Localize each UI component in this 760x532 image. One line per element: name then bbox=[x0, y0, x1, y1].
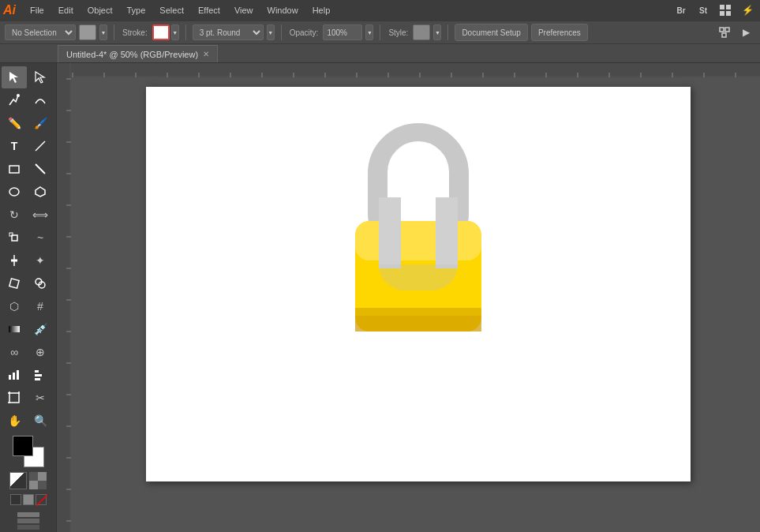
rotate-tool[interactable]: ↻ bbox=[2, 204, 27, 226]
shape-builder-tool[interactable] bbox=[28, 272, 53, 294]
warp-tool[interactable]: ~ bbox=[28, 227, 53, 249]
pencil-tool[interactable]: ✏️ bbox=[2, 112, 27, 134]
svg-rect-2 bbox=[720, 11, 724, 16]
stroke-weight-arrow[interactable]: ▼ bbox=[267, 24, 275, 40]
menu-type[interactable]: Type bbox=[121, 4, 152, 17]
svg-rect-38 bbox=[57, 63, 760, 77]
stroke-color[interactable] bbox=[152, 24, 170, 40]
eyedropper-tool[interactable]: 💉 bbox=[28, 318, 53, 340]
pencil2-tool[interactable] bbox=[28, 158, 53, 180]
fill-color[interactable] bbox=[79, 24, 96, 40]
fill-gray-swatch[interactable] bbox=[23, 494, 34, 505]
color-swatch-stack bbox=[13, 436, 44, 467]
tool-row-rect bbox=[2, 158, 54, 180]
opacity-input[interactable] bbox=[323, 24, 362, 40]
perspective-tool[interactable]: ⬡ bbox=[2, 295, 27, 317]
puppet-warp-tool[interactable]: ✦ bbox=[28, 249, 53, 272]
menu-object[interactable]: Object bbox=[81, 4, 119, 17]
artboard-tool[interactable] bbox=[2, 387, 27, 409]
stroke-color-arrow[interactable]: ▼ bbox=[171, 24, 179, 40]
bridge-button[interactable]: Br bbox=[672, 2, 691, 19]
tabs-row: Untitled-4* @ 50% (RGB/Preview) ✕ bbox=[0, 44, 760, 63]
curvature-tool[interactable] bbox=[28, 89, 53, 111]
menu-view[interactable]: View bbox=[228, 4, 260, 17]
bar-chart-tool[interactable] bbox=[28, 364, 53, 386]
foreground-color-swatch[interactable] bbox=[13, 436, 33, 456]
svg-rect-24 bbox=[13, 373, 15, 380]
rectangle-tool[interactable] bbox=[2, 158, 27, 180]
free-transform-tool[interactable] bbox=[2, 272, 27, 294]
tool-row-transform bbox=[2, 272, 54, 294]
menu-select[interactable]: Select bbox=[153, 4, 190, 17]
style-box[interactable] bbox=[413, 24, 430, 40]
style-label: Style: bbox=[388, 28, 408, 37]
sep3 bbox=[281, 24, 282, 40]
stroke-color-box: ▼ bbox=[152, 24, 179, 40]
slice-tool[interactable]: ✂ bbox=[28, 387, 53, 409]
tab-label: Untitled-4* @ 50% (RGB/Preview) bbox=[66, 50, 198, 59]
fill-white-swatch[interactable] bbox=[36, 494, 47, 505]
reflect-tool[interactable]: ⟺ bbox=[28, 204, 53, 226]
tool-row-perspective: ⬡ # bbox=[2, 295, 54, 317]
gradient-tool[interactable] bbox=[2, 318, 27, 340]
ruler-left bbox=[57, 63, 71, 532]
sep1 bbox=[114, 24, 114, 40]
selection-tool[interactable] bbox=[2, 66, 27, 88]
preferences-button[interactable]: Preferences bbox=[531, 24, 588, 41]
tool-row-pencil: ✏️ 🖌️ bbox=[2, 112, 54, 134]
svg-rect-87 bbox=[436, 197, 458, 268]
ellipse-tool[interactable] bbox=[2, 181, 27, 203]
svg-rect-6 bbox=[722, 33, 726, 37]
svg-rect-26 bbox=[35, 370, 39, 373]
fill-color-arrow[interactable]: ▼ bbox=[99, 24, 107, 40]
blob-brush-tool[interactable]: 🖌️ bbox=[28, 112, 53, 134]
svg-rect-22 bbox=[9, 326, 20, 332]
svg-line-10 bbox=[36, 141, 45, 151]
app-logo: Ai bbox=[3, 3, 16, 17]
mesh-tool[interactable]: # bbox=[28, 295, 53, 317]
menu-file[interactable]: File bbox=[24, 4, 51, 17]
type-tool[interactable]: T bbox=[2, 135, 27, 157]
color-none-swatch[interactable] bbox=[9, 472, 27, 489]
menubar: Ai File Edit Object Type Select Effect V… bbox=[0, 0, 760, 21]
tab-close-button[interactable]: ✕ bbox=[203, 50, 209, 58]
svg-rect-29 bbox=[9, 393, 19, 403]
tool-row-gradient: 💉 bbox=[2, 318, 54, 340]
lightning-button[interactable]: ⚡ bbox=[738, 2, 757, 19]
arrange-button[interactable] bbox=[715, 24, 734, 41]
pen-tool[interactable] bbox=[2, 89, 27, 111]
canvas-area[interactable] bbox=[57, 63, 760, 532]
zoom-tool[interactable]: 🔍 bbox=[28, 410, 53, 432]
css-extract-button[interactable]: ▶ bbox=[736, 24, 755, 41]
opacity-arrow[interactable]: ▼ bbox=[365, 24, 373, 40]
fill-black-swatch[interactable] bbox=[10, 494, 21, 505]
sep5 bbox=[447, 24, 448, 40]
width-tool[interactable] bbox=[2, 249, 27, 272]
column-chart-tool[interactable] bbox=[2, 364, 27, 386]
line-tool[interactable] bbox=[28, 135, 53, 157]
stroke-weight-dropdown[interactable]: 3 pt. Round bbox=[193, 24, 264, 40]
polygon-tool[interactable] bbox=[28, 181, 53, 203]
layers-panel-toggle[interactable] bbox=[2, 509, 54, 532]
stock-button[interactable]: St bbox=[694, 2, 713, 19]
scale-tool[interactable] bbox=[2, 227, 27, 249]
menu-help[interactable]: Help bbox=[306, 4, 337, 17]
menu-edit[interactable]: Edit bbox=[52, 4, 80, 17]
menu-window[interactable]: Window bbox=[261, 4, 305, 17]
svg-rect-37 bbox=[17, 525, 39, 530]
blend-tool[interactable]: ∞ bbox=[2, 341, 27, 363]
style-arrow[interactable]: ▼ bbox=[433, 24, 441, 40]
selection-dropdown[interactable]: No Selection bbox=[5, 24, 76, 40]
document-tab[interactable]: Untitled-4* @ 50% (RGB/Preview) ✕ bbox=[58, 45, 218, 62]
hand-tool[interactable]: ✋ bbox=[2, 410, 27, 432]
symbol-tool[interactable]: ⊕ bbox=[28, 341, 53, 363]
lock-illustration bbox=[331, 118, 505, 371]
direct-select-tool[interactable] bbox=[28, 66, 53, 88]
svg-rect-11 bbox=[9, 166, 19, 173]
workspaces-button[interactable] bbox=[716, 2, 735, 19]
tool-row-artboard: ✂ bbox=[2, 387, 54, 409]
menu-effect[interactable]: Effect bbox=[192, 4, 227, 17]
document-setup-button[interactable]: Document Setup bbox=[455, 24, 528, 41]
svg-rect-86 bbox=[379, 197, 401, 268]
tool-row-scale: ~ bbox=[2, 227, 54, 249]
